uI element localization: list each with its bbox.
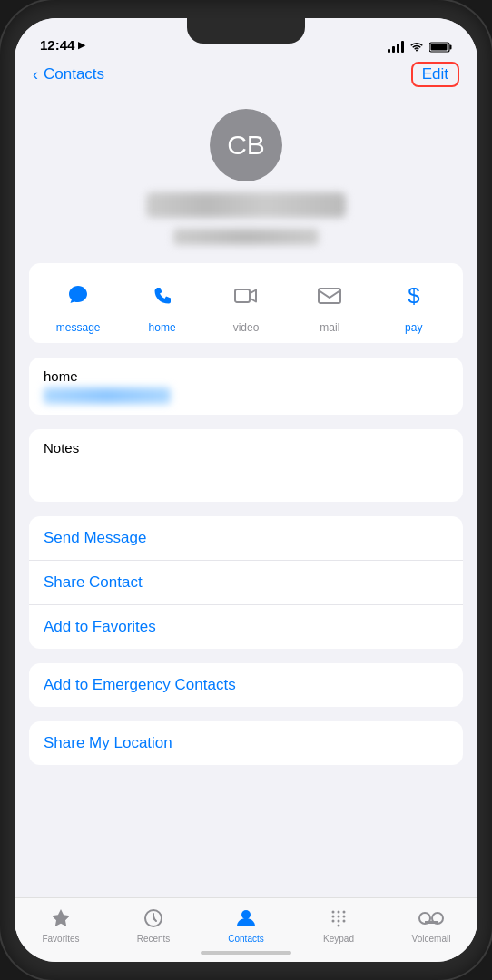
svg-point-8 xyxy=(332,911,335,914)
video-label: video xyxy=(233,321,260,334)
svg-point-11 xyxy=(332,916,335,918)
avatar-initials: CB xyxy=(227,130,265,161)
voicemail-tab-icon xyxy=(418,906,444,931)
svg-point-7 xyxy=(241,910,251,919)
pay-icon: $ xyxy=(390,276,438,316)
phone-label-text: home xyxy=(44,368,448,384)
add-favorites-label: Add to Favorites xyxy=(44,618,156,635)
edit-button[interactable]: Edit xyxy=(411,62,459,87)
contact-subtitle-blurred xyxy=(173,229,319,245)
phone-button[interactable]: home xyxy=(133,276,192,334)
notch xyxy=(187,18,305,44)
content-area: CB message xyxy=(15,94,477,897)
add-favorites-item[interactable]: Add to Favorites xyxy=(29,605,463,649)
recents-tab-label: Recents xyxy=(137,934,171,944)
status-icons xyxy=(388,41,452,53)
tab-favorites[interactable]: Favorites xyxy=(34,906,88,944)
keypad-tab-label: Keypad xyxy=(323,934,354,944)
pay-label: pay xyxy=(405,321,422,334)
share-contact-label: Share Contact xyxy=(44,573,143,591)
mail-icon xyxy=(306,276,353,316)
share-location-item[interactable]: Share My Location xyxy=(29,721,463,765)
action-list-2: Add to Emergency Contacts xyxy=(29,663,463,707)
phone-number-blurred xyxy=(44,387,171,404)
emergency-contacts-label: Add to Emergency Contacts xyxy=(44,676,236,693)
svg-point-10 xyxy=(343,911,346,914)
share-location-label: Share My Location xyxy=(44,734,172,751)
contacts-tab-icon xyxy=(233,906,259,931)
svg-point-12 xyxy=(338,916,340,918)
svg-rect-1 xyxy=(450,44,452,49)
contact-name-blurred xyxy=(146,192,346,218)
recents-tab-icon xyxy=(141,906,166,931)
phone-frame: 12:44 ▶ xyxy=(0,0,492,980)
svg-point-9 xyxy=(338,911,340,914)
chevron-left-icon: ‹ xyxy=(33,65,38,84)
tab-contacts[interactable]: Contacts xyxy=(219,906,273,944)
favorites-tab-icon xyxy=(48,906,74,931)
svg-rect-4 xyxy=(319,289,340,303)
tab-voicemail[interactable]: Voicemail xyxy=(404,906,458,944)
phone-icon xyxy=(139,276,186,316)
message-label: message xyxy=(56,321,101,334)
emergency-contacts-item[interactable]: Add to Emergency Contacts xyxy=(29,663,463,707)
svg-rect-20 xyxy=(425,921,438,924)
svg-rect-3 xyxy=(235,289,250,302)
phone-screen: 12:44 ▶ xyxy=(15,18,477,962)
video-button[interactable]: video xyxy=(217,276,275,334)
notes-card: Notes xyxy=(29,429,463,502)
send-message-label: Send Message xyxy=(44,529,146,546)
keypad-tab-icon xyxy=(326,906,351,931)
action-list-1: Send Message Share Contact Add to Favori… xyxy=(29,516,463,649)
pay-button[interactable]: $ pay xyxy=(385,276,443,334)
signal-bars-icon xyxy=(388,41,404,53)
favorites-tab-label: Favorites xyxy=(42,934,79,944)
video-icon xyxy=(222,276,270,316)
tab-keypad[interactable]: Keypad xyxy=(311,906,366,944)
contacts-tab-label: Contacts xyxy=(228,934,263,944)
phone-label: home xyxy=(149,321,176,334)
svg-rect-2 xyxy=(431,44,448,50)
home-indicator xyxy=(201,951,291,955)
wifi-icon xyxy=(409,42,424,53)
message-button[interactable]: message xyxy=(49,276,107,334)
phone-info-card: home xyxy=(29,358,463,415)
avatar-section: CB xyxy=(15,94,477,263)
nav-bar: ‹ Contacts Edit xyxy=(15,58,477,94)
svg-point-14 xyxy=(332,920,335,923)
action-buttons-card: message home xyxy=(29,263,463,343)
svg-point-15 xyxy=(338,920,340,923)
time-display: 12:44 xyxy=(40,37,74,53)
action-list-3: Share My Location xyxy=(29,721,463,765)
mail-button[interactable]: mail xyxy=(300,276,359,334)
voicemail-tab-label: Voicemail xyxy=(412,934,451,944)
location-arrow-icon: ▶ xyxy=(78,40,85,50)
mail-label: mail xyxy=(320,321,339,334)
svg-point-17 xyxy=(338,925,340,927)
back-label: Contacts xyxy=(44,65,104,83)
svg-text:$: $ xyxy=(408,283,419,308)
tab-recents[interactable]: Recents xyxy=(126,906,181,944)
share-contact-item[interactable]: Share Contact xyxy=(29,561,463,605)
edit-label: Edit xyxy=(422,65,448,83)
send-message-item[interactable]: Send Message xyxy=(29,516,463,561)
message-icon xyxy=(54,276,102,316)
svg-point-13 xyxy=(343,916,346,918)
notes-label: Notes xyxy=(44,440,448,456)
battery-icon xyxy=(429,42,452,53)
status-time: 12:44 ▶ xyxy=(40,37,85,53)
svg-point-16 xyxy=(343,920,346,923)
action-buttons-row: message home xyxy=(36,276,456,334)
avatar: CB xyxy=(210,109,282,181)
back-button[interactable]: ‹ Contacts xyxy=(33,65,104,84)
